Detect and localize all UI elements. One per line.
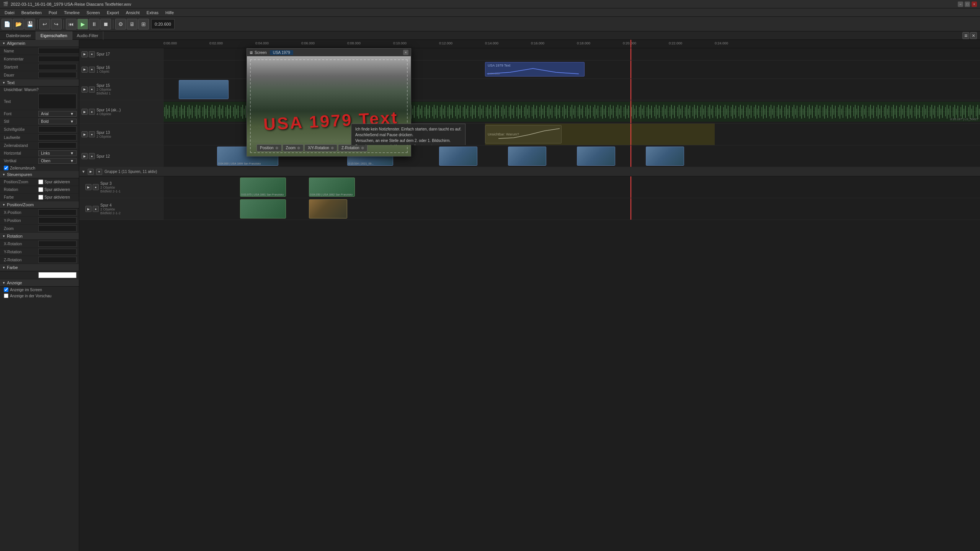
track-16-play[interactable]: ▶ xyxy=(82,67,88,73)
track-12-play[interactable]: ▶ xyxy=(82,153,88,159)
vertikal-dropdown[interactable]: Oben ▼ xyxy=(38,158,77,164)
menu-export[interactable]: Export xyxy=(104,10,122,16)
preview-xy-rotation-btn[interactable]: X/Y-Rotation ⊕ xyxy=(304,144,337,152)
group-expand[interactable]: ▼ xyxy=(82,170,85,174)
section-rotation[interactable]: ▼ Rotation xyxy=(0,233,79,240)
laufweite-input[interactable]: 100.00 % xyxy=(38,134,77,140)
x-input[interactable]: 580 Pixel xyxy=(38,209,77,215)
settings-btn[interactable]: ⚙ xyxy=(115,19,126,29)
schrift-input[interactable]: 10.00 % xyxy=(38,126,77,132)
preview-position-btn[interactable]: Position ⊕ xyxy=(256,144,282,152)
clip-12-4[interactable] xyxy=(508,147,546,166)
tab-audio-filter[interactable]: Audio-Filter xyxy=(72,31,103,40)
play-btn[interactable]: ▶ xyxy=(77,19,88,29)
new-btn[interactable]: 📄 xyxy=(2,19,12,29)
stil-dropdown[interactable]: Bold ▼ xyxy=(38,119,77,124)
text-input[interactable] xyxy=(38,94,77,109)
redo-btn[interactable]: ↪ xyxy=(51,19,62,29)
xrot-input[interactable]: 0.00 Grad xyxy=(38,241,77,247)
section-farbe[interactable]: ▼ Farbe xyxy=(0,264,79,271)
anzeige-screen-cb[interactable] xyxy=(4,287,8,292)
y-input[interactable]: 295 Pixel xyxy=(38,217,77,223)
group-play[interactable]: ▶ xyxy=(88,169,94,175)
track-12-mute[interactable]: ● xyxy=(89,153,95,159)
clip-12-6[interactable] xyxy=(646,147,684,166)
preview-tab-usa[interactable]: USA 1979 xyxy=(270,50,293,55)
clip-15-1[interactable] xyxy=(179,80,229,99)
dauer-input[interactable]: 0:08.000 xyxy=(38,72,77,78)
stop-btn[interactable]: ⏹ xyxy=(100,19,111,29)
track-17-play[interactable]: ▶ xyxy=(82,51,88,57)
clip-3-2[interactable]: 0:04.050 | USA 1882 San Franzisko xyxy=(309,178,355,197)
zoom-input[interactable]: 99.00 % xyxy=(38,225,77,231)
track-14-mute[interactable]: ● xyxy=(89,109,95,115)
section-allgemein[interactable]: ▼ Allgemein xyxy=(0,40,79,47)
pause-btn[interactable]: ⏸ xyxy=(89,19,100,29)
menu-datei[interactable]: Datei xyxy=(2,10,18,16)
zeilenumbruch-checkbox[interactable] xyxy=(4,166,8,170)
preview-zoom-btn[interactable]: Zoom ⊕ xyxy=(283,144,304,152)
zrot-input[interactable]: 0.00 Grad xyxy=(38,257,77,263)
clip-12-3[interactable] xyxy=(439,147,477,166)
track-3-play[interactable]: ▶ xyxy=(85,184,91,190)
menu-bearbeiten[interactable]: Bearbeiten xyxy=(18,10,45,16)
tab-dateibrowser[interactable]: Dateibrowser xyxy=(2,31,36,40)
section-anzeige[interactable]: ▼ Anzeige xyxy=(0,279,79,287)
track-3-mute[interactable]: ● xyxy=(93,184,99,190)
menu-hilfe[interactable]: Hilfe xyxy=(162,10,177,16)
track-4-mute[interactable]: ● xyxy=(93,206,99,212)
panel-close-btn[interactable]: × xyxy=(970,32,977,39)
zeilenabstand-input[interactable]: 1.00 Zeilen xyxy=(38,142,77,148)
track-16-mute[interactable]: ● xyxy=(89,67,95,73)
play-start-btn[interactable]: ⏮ xyxy=(66,19,77,29)
preview-close-btn[interactable]: × xyxy=(403,50,408,55)
undo-btn[interactable]: ↩ xyxy=(39,19,50,29)
clip-4-2[interactable] xyxy=(309,199,347,218)
startzeit-input[interactable]: 0:18.450 xyxy=(38,64,77,70)
horizontal-dropdown[interactable]: Links ▼ xyxy=(38,150,77,156)
grid-btn[interactable]: ⊞ xyxy=(138,19,149,29)
clip-usa-text[interactable]: USA 1979 Text 0:04.000 xyxy=(485,62,585,77)
pz-checkbox[interactable] xyxy=(38,179,43,184)
playhead[interactable] xyxy=(630,40,631,48)
farbe-checkbox[interactable] xyxy=(38,195,43,200)
track-4-play[interactable]: ▶ xyxy=(85,206,91,212)
menu-extras[interactable]: Extras xyxy=(144,10,162,16)
preview-z-rotation-btn[interactable]: Z-Rotation ⊕ xyxy=(338,144,368,152)
rot-checkbox[interactable] xyxy=(38,187,43,192)
tab-eigenschaften[interactable]: Eigenschaften xyxy=(36,31,72,40)
track-15-mute[interactable]: ● xyxy=(89,86,95,93)
anzeige-vorschau-label: Anzeige in der Vorschau xyxy=(10,294,51,298)
section-position-zoom[interactable]: ▼ Position/Zoom xyxy=(0,201,79,209)
close-btn[interactable]: × xyxy=(972,2,977,7)
yrot-input[interactable]: 0.00 Grad xyxy=(38,249,77,255)
track-13-play[interactable]: ▶ xyxy=(82,131,88,137)
panel-menu-btn[interactable]: ≡ xyxy=(962,32,969,39)
section-text[interactable]: ▼ Text xyxy=(0,79,79,86)
track-17-mute[interactable]: ● xyxy=(89,51,95,57)
preview-titlebar[interactable]: 🖥 Screen USA 1979 × xyxy=(247,49,411,56)
color-swatch[interactable] xyxy=(38,272,77,278)
menu-screen[interactable]: Screen xyxy=(83,10,103,16)
minimize-btn[interactable]: − xyxy=(958,2,963,7)
anzeige-vorschau-cb[interactable] xyxy=(4,293,8,298)
screen-btn[interactable]: 🖥 xyxy=(127,19,137,29)
clip-12-5[interactable] xyxy=(577,147,615,166)
time-14: 0:14.000 xyxy=(485,41,498,45)
menu-pool[interactable]: Pool xyxy=(46,10,60,16)
name-input[interactable] xyxy=(38,48,79,54)
maximize-btn[interactable]: □ xyxy=(965,2,970,7)
kommentar-input[interactable] xyxy=(38,56,79,62)
font-dropdown[interactable]: Arial ▼ xyxy=(38,111,77,117)
track-15-play[interactable]: ▶ xyxy=(82,86,88,93)
open-btn[interactable]: 📂 xyxy=(13,19,24,29)
group-mute[interactable]: ● xyxy=(96,169,102,175)
clip-4-1[interactable] xyxy=(240,199,286,218)
menu-timeline[interactable]: Timeline xyxy=(61,10,83,16)
clip-3-1[interactable]: 0:03.975 | USA 1881 San Franzisko xyxy=(240,178,286,197)
track-13-mute[interactable]: ● xyxy=(89,131,95,137)
save-btn[interactable]: 💾 xyxy=(24,19,35,29)
menu-ansicht[interactable]: Ansicht xyxy=(123,10,143,16)
track-14-play[interactable]: ▶ xyxy=(82,109,88,115)
section-steuerspuren[interactable]: ▼ Steuerspuren xyxy=(0,171,79,178)
